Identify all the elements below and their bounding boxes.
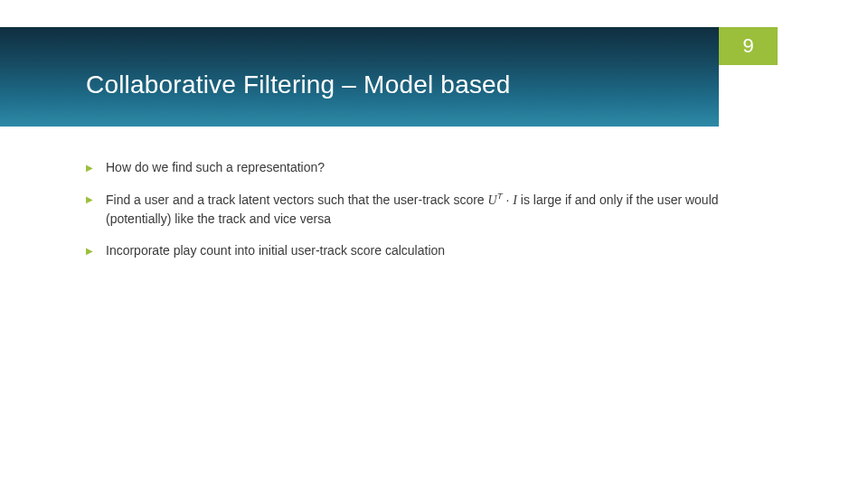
math-dot: · (503, 192, 514, 207)
page-number: 9 (742, 34, 753, 58)
bullet-icon: ▶ (86, 244, 93, 258)
bullet-text: Find a user and a track latent vectors s… (106, 190, 778, 229)
bullet-icon: ▶ (86, 192, 93, 206)
list-item: ▶ Find a user and a track latent vectors… (86, 190, 778, 229)
math-U: U (488, 193, 497, 207)
bullet-text: Incorporate play count into initial user… (106, 241, 778, 260)
content-area: ▶ How do we find such a representation? … (86, 158, 778, 273)
list-item: ▶ Incorporate play count into initial us… (86, 241, 778, 260)
bullet-text-pre: Find a user and a track latent vectors s… (106, 192, 488, 207)
slide-title: Collaborative Filtering – Model based (86, 70, 511, 99)
bullet-text: How do we find such a representation? (106, 158, 778, 177)
list-item: ▶ How do we find such a representation? (86, 158, 778, 177)
slide: 9 Collaborative Filtering – Model based … (0, 0, 868, 488)
bullet-icon: ▶ (86, 161, 93, 174)
page-number-badge: 9 (719, 27, 778, 65)
